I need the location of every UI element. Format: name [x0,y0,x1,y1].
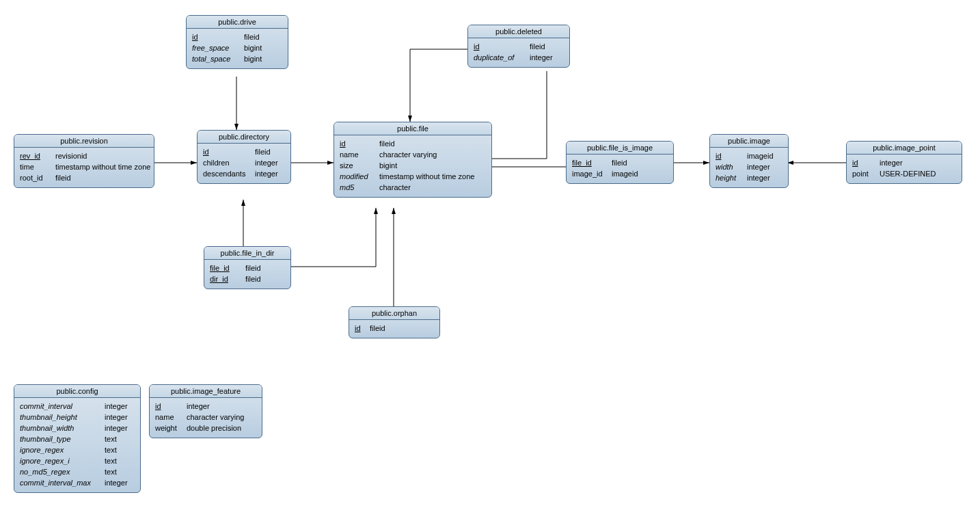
entity-columns: commit_intervalintegerthumbnail_heightin… [14,398,140,492]
column-type: imageid [747,150,774,161]
entity-title: public.drive [187,16,288,29]
entity-file[interactable]: public.file idfileidnamecharacter varyin… [334,122,492,198]
entity-title: public.config [14,385,140,398]
column-row: sizebigint [340,160,486,171]
column-name: md5 [340,182,375,193]
column-name: root_id [20,172,51,183]
column-name: id [340,138,375,149]
entity-columns: idimageidwidthintegerheightinteger [710,148,788,187]
column-type: integer [255,168,278,179]
column-name: id [203,146,251,157]
column-row: commit_interval_maxinteger [20,477,135,488]
column-row: descendantsinteger [203,168,285,179]
column-row: duplicate_ofinteger [474,52,564,63]
column-type: integer [187,401,210,412]
column-name: point [852,168,875,179]
column-type: text [105,433,117,444]
entity-deleted[interactable]: public.deleted idfileidduplicate_ofinteg… [467,25,570,68]
entity-columns: idfileidfree_spacebiginttotal_spacebigin… [187,29,288,68]
entity-columns: idfileidchildrenintegerdescendantsintege… [198,144,290,183]
column-name: file_id [210,263,241,273]
column-name: id [192,31,240,42]
column-row: no_md5_regextext [20,466,135,477]
column-row: widthinteger [716,161,782,172]
column-type: text [105,466,117,477]
column-type: fileid [55,172,71,183]
column-row: idinteger [155,401,256,412]
column-type: fileid [245,273,261,284]
entity-title: public.deleted [468,25,569,38]
entity-image-point[interactable]: public.image_point idintegerpointUSER-DE… [846,141,962,184]
entity-columns: rev_idrevisionidtimetimestamp without ti… [14,148,154,187]
column-name: time [20,161,51,172]
entity-columns: idfileidduplicate_ofinteger [468,38,569,67]
entity-title: public.orphan [349,307,439,320]
column-name: children [203,157,251,168]
entity-columns: idfileidnamecharacter varyingsizebigintm… [334,135,491,197]
column-type: revisionid [55,150,87,161]
column-row: thumbnail_heightinteger [20,412,135,423]
column-name: id [716,150,743,161]
entity-image[interactable]: public.image idimageidwidthintegerheight… [709,134,789,188]
column-row: modifiedtimestamp without time zone [340,171,486,182]
column-name: free_space [192,42,240,53]
column-type: integer [105,412,128,423]
entity-config[interactable]: public.config commit_intervalintegerthum… [14,384,141,493]
entity-title: public.directory [198,131,290,144]
entity-revision[interactable]: public.revision rev_idrevisionidtimetime… [14,134,154,188]
column-row: md5character [340,182,486,193]
entity-file-in-dir[interactable]: public.file_in_dir file_idfileiddir_idfi… [204,246,291,289]
column-name: rev_id [20,150,51,161]
column-type: integer [105,401,128,412]
column-name: id [155,401,182,412]
entity-drive[interactable]: public.drive idfileidfree_spacebiginttot… [186,15,288,69]
column-type: bigint [244,42,262,53]
column-name: no_md5_regex [20,466,100,477]
column-name: thumbnail_height [20,412,100,423]
entity-image-feature[interactable]: public.image_feature idintegernamecharac… [149,384,262,438]
column-type: character varying [187,412,244,423]
column-row: childreninteger [203,157,285,168]
entity-title: public.file [334,122,491,135]
column-name: size [340,160,375,171]
entity-columns: file_idfileidimage_idimageid [567,155,673,183]
column-type: fileid [379,138,395,149]
entity-columns: file_idfileiddir_idfileid [204,260,290,289]
column-row: commit_intervalinteger [20,401,135,412]
column-type: text [105,444,117,455]
column-type: fileid [245,263,261,273]
column-row: heightinteger [716,172,782,183]
column-name: id [852,157,875,168]
column-name: image_id [572,168,608,179]
entity-directory[interactable]: public.directory idfileidchildreninteger… [197,130,291,184]
column-type: integer [105,423,128,433]
column-row: thumbnail_widthinteger [20,423,135,433]
column-row: idfileid [340,138,486,149]
column-name: thumbnail_type [20,433,100,444]
column-name: dir_id [210,273,241,284]
column-row: ignore_regex_itext [20,455,135,466]
column-name: name [340,149,375,160]
column-type: bigint [379,160,397,171]
column-type: character [379,182,411,193]
entity-columns: idintegerpointUSER-DEFINED [847,155,962,183]
column-row: namecharacter varying [340,149,486,160]
entity-file-is-image[interactable]: public.file_is_image file_idfileidimage_… [566,141,674,184]
column-type: USER-DEFINED [880,168,936,179]
column-name: id [355,323,366,334]
column-row: idfileid [203,146,285,157]
column-row: thumbnail_typetext [20,433,135,444]
entity-columns: idintegernamecharacter varyingweightdoub… [150,398,262,438]
column-name: commit_interval [20,401,100,412]
column-type: fileid [612,157,627,168]
column-row: idfileid [192,31,282,42]
column-name: duplicate_of [474,52,526,63]
column-type: fileid [255,146,271,157]
column-name: descendants [203,168,251,179]
column-type: fileid [370,323,385,334]
entity-orphan[interactable]: public.orphan idfileid [349,306,440,338]
edges-layer [0,0,980,521]
entity-title: public.revision [14,135,154,148]
column-row: idfileid [355,323,434,334]
column-name: modified [340,171,375,182]
